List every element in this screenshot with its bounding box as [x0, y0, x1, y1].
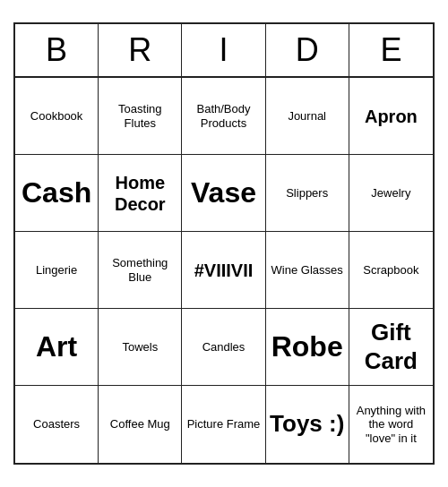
bingo-cell: Art [15, 309, 99, 386]
bingo-cell: Jewelry [349, 155, 433, 232]
bingo-cell: Toys :) [266, 386, 349, 463]
bingo-cell: Candles [182, 309, 265, 386]
bingo-cell: Apron [349, 78, 433, 155]
bingo-cell: Wine Glasses [266, 232, 349, 309]
bingo-cell: Slippers [266, 155, 349, 232]
header-letter: B [15, 24, 99, 76]
bingo-cell: Home Decor [99, 155, 182, 232]
bingo-cell: Towels [99, 309, 182, 386]
bingo-card: BRIDE CookbookToasting FlutesBath/Body P… [13, 22, 435, 465]
bingo-cell: Cookbook [15, 78, 99, 155]
bingo-cell: Robe [266, 309, 349, 386]
bingo-cell: #VIIIVII [182, 232, 265, 309]
header-letter: R [99, 24, 182, 76]
bingo-cell: Something Blue [99, 232, 182, 309]
bingo-cell: Vase [182, 155, 265, 232]
bingo-cell: Coasters [15, 386, 99, 463]
header-letter: I [182, 24, 265, 76]
bingo-cell: Anything with the word "love" in it [349, 386, 433, 463]
bingo-cell: Scrapbook [349, 232, 433, 309]
bingo-cell: Bath/Body Products [182, 78, 265, 155]
bingo-header: BRIDE [15, 24, 433, 78]
header-letter: D [266, 24, 349, 76]
bingo-cell: Picture Frame [182, 386, 265, 463]
bingo-cell: Cash [15, 155, 99, 232]
bingo-cell: Lingerie [15, 232, 99, 309]
bingo-grid: CookbookToasting FlutesBath/Body Product… [15, 78, 433, 463]
bingo-cell: Gift Card [349, 309, 433, 386]
bingo-cell: Journal [266, 78, 349, 155]
header-letter: E [349, 24, 433, 76]
bingo-cell: Toasting Flutes [99, 78, 182, 155]
bingo-cell: Coffee Mug [99, 386, 182, 463]
